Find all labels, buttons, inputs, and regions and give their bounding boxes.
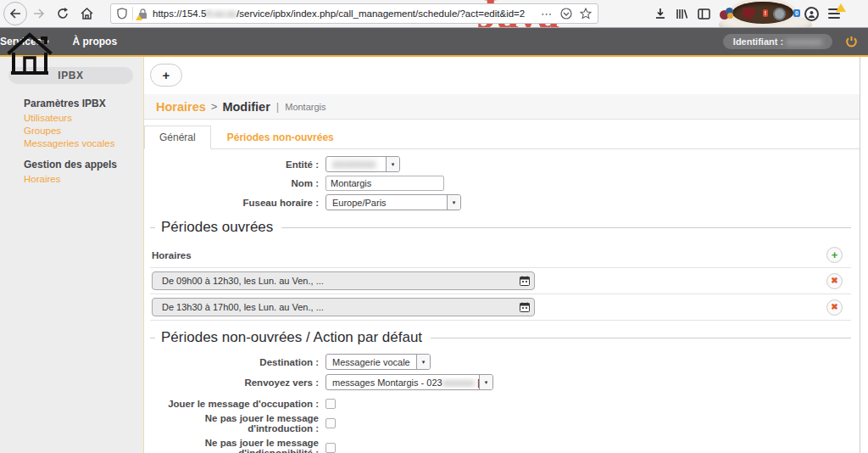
open-periods-legend: Périodes ouvrées — [150, 219, 851, 236]
sidebar-section-parametres: Paramètres IPBX Utilisateurs Groupes Mes… — [0, 98, 143, 150]
menu-button[interactable] — [828, 8, 840, 19]
nav-apropos[interactable]: À propos — [72, 36, 117, 48]
screen: Java https://154.56.xx.xx/service/ipbx/i — [0, 0, 868, 453]
no-intro-message-checkbox[interactable] — [326, 418, 336, 428]
sidebar-item-messageries-vocales[interactable]: Messageries vocales — [24, 137, 143, 150]
open-periods-fieldset: Périodes ouvrées Horaires + De 09h00 à 1… — [150, 219, 851, 321]
plus-icon: + — [832, 249, 838, 260]
account-icon[interactable] — [804, 7, 819, 21]
sidebar-item-utilisateurs[interactable]: Utilisateurs — [24, 112, 143, 125]
calendar-icon[interactable] — [520, 276, 530, 286]
sidebar-section-title: Paramètres IPBX — [24, 98, 143, 109]
tab-bar: Général Périodes non-ouvrées — [144, 124, 860, 149]
destination-select[interactable]: Messagerie vocale▾ — [326, 354, 431, 370]
breadcrumb-item-name: Montargis — [285, 102, 326, 112]
breadcrumb-action: Modifier — [222, 100, 270, 114]
no-unavailable-message-checkbox[interactable] — [326, 443, 336, 453]
schedule-column-header: Horaires — [152, 250, 192, 260]
destination-label: Destination : — [150, 357, 326, 367]
chevron-down-icon: ▾ — [386, 157, 399, 171]
chevron-down-icon: ▾ — [416, 355, 430, 369]
url-text[interactable]: https://154.56.xx.xx/service/ipbx/index.… — [153, 8, 536, 19]
browser-chrome: Java https://154.56.xx.xx/service/ipbx/i — [0, 0, 868, 28]
tab-general[interactable]: Général — [144, 126, 211, 149]
chevron-down-icon: ▾ — [447, 195, 460, 210]
home-logo-icon[interactable] — [7, 31, 53, 80]
tab-periodes-non-ouvrees[interactable]: Périodes non-ouvrées — [211, 126, 350, 148]
close-icon: ✖ — [831, 303, 837, 311]
reel-extension-icon[interactable] — [773, 8, 786, 20]
identifiant-badge: Identifiant : xxxxxxx — [723, 34, 832, 49]
sidebar-section-title: Gestion des appels — [24, 159, 143, 171]
main-content: + Horaires > Modifier | Montargis Généra… — [144, 57, 860, 453]
juggling-extension-icon[interactable] — [720, 8, 733, 20]
entity-label: Entité : — [144, 159, 326, 170]
forward-to-select[interactable]: messages Montargis - 023xxxxxxx [default… — [326, 374, 493, 390]
ublock-shield-icon[interactable] — [743, 8, 754, 20]
no-intro-message-label: Ne pas jouer le message d'introduction : — [150, 413, 326, 433]
sidebar-toggle-icon[interactable] — [698, 8, 710, 20]
schedule-period-input[interactable]: De 09h00 à 12h30, les Lun. au Ven., ... — [152, 271, 535, 290]
close-icon: ✖ — [831, 277, 837, 285]
sidebar-item-groupes[interactable]: Groupes — [24, 125, 143, 137]
calendar-icon[interactable] — [520, 302, 530, 312]
entity-select[interactable]: XXXXXXX▾ — [326, 156, 400, 172]
logout-power-icon[interactable] — [843, 33, 860, 50]
timezone-select[interactable]: Europe/Paris▾ — [326, 194, 461, 210]
back-button[interactable] — [3, 2, 27, 25]
timezone-label: Fuseau horaire : — [144, 198, 326, 208]
general-form: Entité : XXXXXXX▾ Nom : Montargis Fuseau… — [144, 149, 860, 210]
sidebar-item-horaires[interactable]: Horaires — [24, 173, 143, 186]
breadcrumb-separator: > — [211, 100, 218, 113]
closed-periods-legend: Périodes non-ouvrées / Action par défaut — [150, 329, 851, 346]
schedule-row: De 09h00 à 12h30, les Lun. au Ven., ... … — [150, 267, 851, 294]
lock-warning-icon[interactable] — [138, 8, 147, 20]
forward-to-label: Renvoyez vers : — [150, 378, 326, 388]
forward-button[interactable] — [27, 2, 51, 25]
breadcrumb-horaires-link[interactable]: Horaires — [156, 100, 206, 114]
bookmark-star-icon[interactable] — [580, 8, 592, 20]
divider — [132, 7, 133, 20]
breadcrumb-divider: | — [276, 100, 279, 113]
update-warning-icon — [836, 3, 846, 12]
name-input[interactable]: Montargis — [326, 176, 444, 191]
library-icon[interactable] — [676, 8, 688, 20]
page-actions-icon[interactable]: ⋯ — [541, 8, 553, 20]
reload-button[interactable] — [51, 2, 75, 25]
delete-period-button[interactable]: ✖ — [826, 299, 843, 316]
play-busy-message-label: Jouer le message d'occupation : — [150, 399, 326, 409]
url-bar[interactable]: https://154.56.xx.xx/service/ipbx/index.… — [110, 3, 598, 24]
tracking-shield-icon[interactable] — [117, 8, 127, 20]
schedule-row: De 13h30 à 17h00, les Lun. au Ven., ... … — [150, 294, 851, 321]
schedule-period-input[interactable]: De 13h30 à 17h00, les Lun. au Ven., ... — [152, 298, 535, 316]
no-unavailable-message-label: Ne pas jouer le message d'indisponibilit… — [150, 438, 326, 453]
sidebar-section-gestion-appels: Gestion des appels Horaires — [0, 159, 143, 186]
pocket-icon[interactable] — [560, 8, 572, 20]
sidebar: IPBX Paramètres IPBX Utilisateurs Groupe… — [0, 57, 144, 453]
home-button[interactable] — [75, 2, 98, 25]
closed-periods-fieldset: Périodes non-ouvrées / Action par défaut… — [150, 329, 851, 453]
breadcrumb: Horaires > Modifier | Montargis — [144, 94, 860, 120]
play-busy-message-checkbox[interactable] — [326, 399, 336, 409]
chevron-down-icon: ▾ — [479, 375, 492, 389]
add-schedule-button[interactable]: + — [150, 64, 182, 87]
name-label: Nom : — [144, 178, 326, 188]
add-period-button[interactable]: + — [826, 247, 843, 263]
delete-period-button[interactable]: ✖ — [826, 273, 843, 289]
app-navbar: Services▾ À propos Identifiant : xxxxxxx — [0, 28, 868, 57]
download-icon[interactable] — [654, 8, 666, 20]
